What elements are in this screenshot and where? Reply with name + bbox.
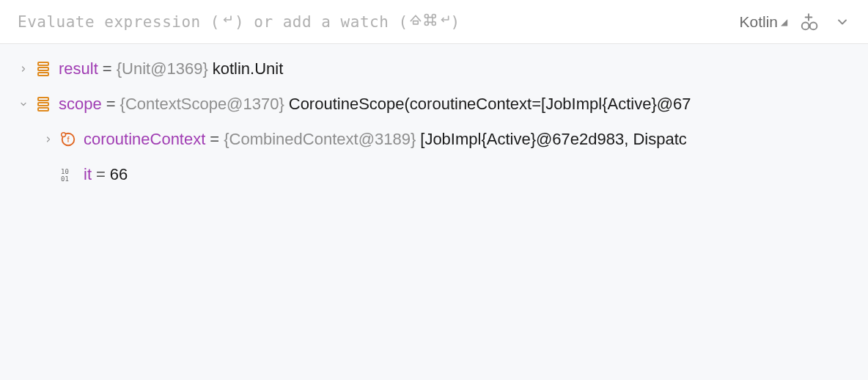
svg-rect-15 [38,108,48,111]
svg-rect-14 [38,103,48,106]
variable-type: {Unit@1369} [117,59,208,78]
triangle-up-icon: ◢ [781,17,787,27]
add-watch-button[interactable] [796,10,821,34]
debugger-topbar: Evaluate expression ( ) or add a watch ( [0,0,868,44]
variable-name: coroutineContext [84,130,205,149]
svg-point-4 [432,21,435,25]
svg-rect-12 [38,73,48,76]
svg-rect-13 [38,98,48,101]
variable-row[interactable]: 10 01 it = 66 [0,157,868,192]
equals-sign: = [205,130,224,149]
variable-name: result [59,59,98,78]
chevron-right-icon[interactable] [40,135,57,144]
chevron-right-icon[interactable] [15,65,32,73]
chevron-down-icon[interactable] [15,100,32,109]
svg-text:10: 10 [61,168,69,175]
placeholder-part1: Evaluate expression ( [18,13,220,31]
svg-text:f: f [67,135,70,144]
svg-point-18 [62,133,66,137]
shift-cmd-enter-key-icon [408,12,451,31]
equals-sign: = [102,95,120,114]
equals-sign: = [98,59,117,78]
variable-type: {ContextScope@1370} [120,95,284,114]
variable-row[interactable]: scope = {ContextScope@1370} CoroutineSco… [0,87,868,122]
variables-panel: result = {Unit@1369} kotlin.Unit scope =… [0,44,868,192]
variable-value: kotlin.Unit [213,59,284,78]
svg-point-3 [424,21,428,25]
expand-chevron-button[interactable] [830,10,855,34]
svg-rect-11 [38,67,48,70]
variable-name: scope [59,95,102,114]
svg-point-8 [810,22,817,29]
primitive-icon: 10 01 [57,167,79,182]
equals-sign: = [92,165,110,184]
svg-text:01: 01 [61,175,69,182]
object-icon [32,96,54,112]
variable-value: [JobImpl{Active}@67e2d983, Dispatc [420,130,687,149]
svg-rect-0 [427,18,433,23]
variable-type: {CombinedContext@3189} [224,130,416,149]
variable-value: 66 [110,165,128,184]
svg-point-2 [432,15,435,18]
svg-point-1 [424,15,428,18]
svg-point-7 [802,22,809,29]
language-label: Kotlin [739,13,778,31]
svg-rect-10 [38,62,48,65]
object-icon [32,61,54,77]
field-icon: f [57,131,79,147]
placeholder-part2: ) or add a watch ( [235,13,408,31]
variable-value: CoroutineScope(coroutineContext=[JobImpl… [289,95,691,114]
language-selector[interactable]: Kotlin ◢ [739,13,787,31]
variable-row[interactable]: f coroutineContext = {CombinedContext@31… [0,122,868,157]
evaluate-expression-input[interactable]: Evaluate expression ( ) or add a watch ( [18,12,730,31]
variable-name: it [84,165,92,184]
variable-row[interactable]: result = {Unit@1369} kotlin.Unit [0,51,868,87]
placeholder-part3: ) [451,13,460,31]
enter-key-icon [220,12,235,31]
